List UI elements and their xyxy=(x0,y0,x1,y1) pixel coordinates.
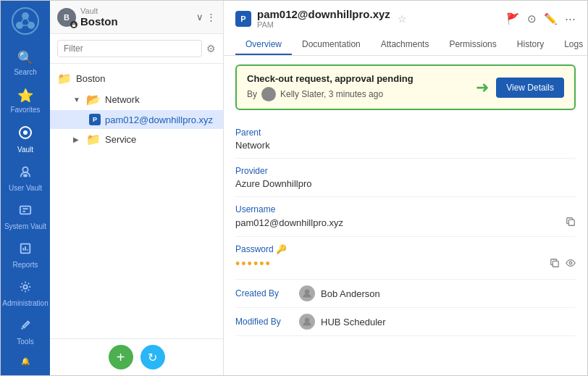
banner-title: Check-out request, approval pending xyxy=(247,73,413,84)
system-vault-icon xyxy=(19,204,32,220)
svg-point-24 xyxy=(305,289,309,293)
tree-item-network-label: Network xyxy=(105,94,140,105)
tab-overview[interactable]: Overview xyxy=(235,35,292,55)
main-header: P pam012@downhillpro.xyz PAM ☆ 🚩 ⊙ ✏️ ⋯ … xyxy=(224,1,587,56)
sidebar-item-favorites[interactable]: ⭐ Favorites xyxy=(1,82,50,120)
tree-item-boston[interactable]: 📁 Boston xyxy=(50,68,223,89)
arrow-right-icon: ➜ xyxy=(476,78,489,97)
sidebar-item-search[interactable]: 🔍 Search xyxy=(1,44,50,82)
password-row: •••••• xyxy=(235,256,576,272)
modified-by-label: Modified By xyxy=(235,317,293,327)
filter-gear-icon[interactable]: ⚙ xyxy=(206,43,216,54)
bell-icon: 🔔 xyxy=(21,357,30,365)
sidebar-item-vault[interactable]: Vault xyxy=(1,120,50,159)
page-title: pam012@downhillpro.xyz xyxy=(257,8,390,20)
pam-icon: P xyxy=(89,114,101,125)
star-button[interactable]: ☆ xyxy=(398,13,407,25)
sidebar-item-system-vault-label: System Vault xyxy=(4,222,46,230)
sidebar-item-administration-label: Administration xyxy=(2,299,48,307)
field-parent: Parent Network xyxy=(235,120,576,159)
parent-value: Network xyxy=(235,140,576,151)
main-tabs: Overview Documentation Attachments Permi… xyxy=(235,35,576,55)
sidebar-item-user-vault[interactable]: User Vault xyxy=(1,159,50,198)
tab-permissions[interactable]: Permissions xyxy=(439,35,506,55)
sidebar-item-tools-label: Tools xyxy=(17,338,33,346)
edit-icon[interactable]: ✏️ xyxy=(544,12,558,25)
tree-item-pam012[interactable]: P pam012@downhillpro.xyz xyxy=(50,110,223,129)
username-label: Username xyxy=(235,204,576,214)
copy-password-icon[interactable] xyxy=(550,258,560,270)
vault-name-block: Vault Boston xyxy=(80,7,118,28)
svg-rect-21 xyxy=(568,220,574,225)
tab-documentation[interactable]: Documentation xyxy=(292,35,371,55)
notification-bell[interactable]: 🔔 xyxy=(14,351,37,371)
sidebar-item-tools[interactable]: Tools xyxy=(1,313,50,351)
banner-author-avatar xyxy=(261,87,276,101)
main-title-row: P pam012@downhillpro.xyz PAM ☆ 🚩 ⊙ ✏️ ⋯ xyxy=(235,8,576,29)
sidebar-item-administration[interactable]: Administration xyxy=(1,275,50,313)
vault-icon xyxy=(18,125,33,143)
tree-item-service[interactable]: ▶ 📁 Service xyxy=(50,129,223,150)
key-icon: 🔑 xyxy=(276,244,287,254)
title-block: pam012@downhillpro.xyz PAM xyxy=(257,8,390,29)
svg-rect-10 xyxy=(23,175,27,177)
play-icon[interactable]: ⊙ xyxy=(527,12,537,25)
tab-logs[interactable]: Logs xyxy=(554,35,587,55)
sidebar-bottom: + ↻ xyxy=(50,338,223,375)
sidebar-header-actions: ∨ ⋮ xyxy=(196,12,216,22)
rail-bottom: 🔔 ✉️ U xyxy=(14,351,37,376)
modified-by-avatar xyxy=(299,314,315,330)
sidebar-header: B Vault Boston ∨ ⋮ xyxy=(50,1,223,34)
folder-open-icon: 📂 xyxy=(86,93,101,106)
mail-button[interactable]: ✉️ xyxy=(14,371,37,376)
svg-point-18 xyxy=(23,285,27,288)
lock-icon xyxy=(70,21,77,28)
vault-label: Vault xyxy=(80,7,118,15)
svg-point-23 xyxy=(569,262,572,264)
filter-input[interactable] xyxy=(57,40,202,57)
add-button[interactable]: + xyxy=(109,345,133,369)
chevron-right-icon: ▶ xyxy=(73,135,82,143)
tree-item-service-label: Service xyxy=(105,134,136,145)
field-created-by: Created By Bob Anderson xyxy=(235,280,576,308)
view-details-button[interactable]: View Details xyxy=(496,78,564,98)
banner-sub: By Kelly Slater, 3 minutes ago xyxy=(247,87,413,101)
username-row: pam012@downhillpro.xyz xyxy=(235,217,576,229)
tab-attachments[interactable]: Attachments xyxy=(371,35,440,55)
created-by-name: Bob Anderson xyxy=(321,288,380,299)
folder-closed-icon: 📁 xyxy=(86,133,101,146)
show-password-icon[interactable] xyxy=(566,258,576,270)
main-content: P pam012@downhillpro.xyz PAM ☆ 🚩 ⊙ ✏️ ⋯ … xyxy=(224,1,587,375)
password-actions xyxy=(550,258,576,270)
field-username: Username pam012@downhillpro.xyz xyxy=(235,197,576,237)
tree-item-network[interactable]: ▼ 📂 Network xyxy=(50,89,223,110)
parent-label: Parent xyxy=(235,128,576,138)
sidebar-item-system-vault[interactable]: System Vault xyxy=(1,198,50,236)
search-icon: 🔍 xyxy=(17,50,33,66)
chevron-down-icon[interactable]: ∨ xyxy=(196,12,203,22)
more-icon[interactable]: ⋯ xyxy=(565,12,576,25)
modified-by-name: HUB Scheduler xyxy=(321,317,386,327)
star-icon: ⭐ xyxy=(17,88,33,104)
flag-icon[interactable]: 🚩 xyxy=(506,12,520,25)
icon-rail: 🔍 Search ⭐ Favorites Vault xyxy=(1,1,50,375)
more-options-icon[interactable]: ⋮ xyxy=(206,12,216,22)
tab-history[interactable]: History xyxy=(507,35,554,55)
created-by-label: Created By xyxy=(235,288,293,298)
svg-rect-11 xyxy=(20,206,30,214)
username-actions xyxy=(566,217,576,229)
sidebar-item-favorites-label: Favorites xyxy=(10,106,40,114)
banner-left: Check-out request, approval pending By K… xyxy=(247,73,413,101)
by-label: By xyxy=(247,89,257,99)
svg-point-8 xyxy=(23,130,28,135)
copy-username-icon[interactable] xyxy=(566,217,576,229)
title-actions: 🚩 ⊙ ✏️ ⋯ xyxy=(506,12,576,25)
refresh-button[interactable]: ↻ xyxy=(140,345,165,369)
pam-icon-large: P xyxy=(235,11,251,27)
sidebar-item-vault-label: Vault xyxy=(17,146,33,154)
sidebar-item-search-label: Search xyxy=(14,68,37,76)
user-vault-icon xyxy=(19,165,32,182)
svg-point-25 xyxy=(305,317,309,322)
sidebar-item-reports[interactable]: Reports xyxy=(1,236,50,275)
vault-info: B Vault Boston xyxy=(57,7,118,28)
